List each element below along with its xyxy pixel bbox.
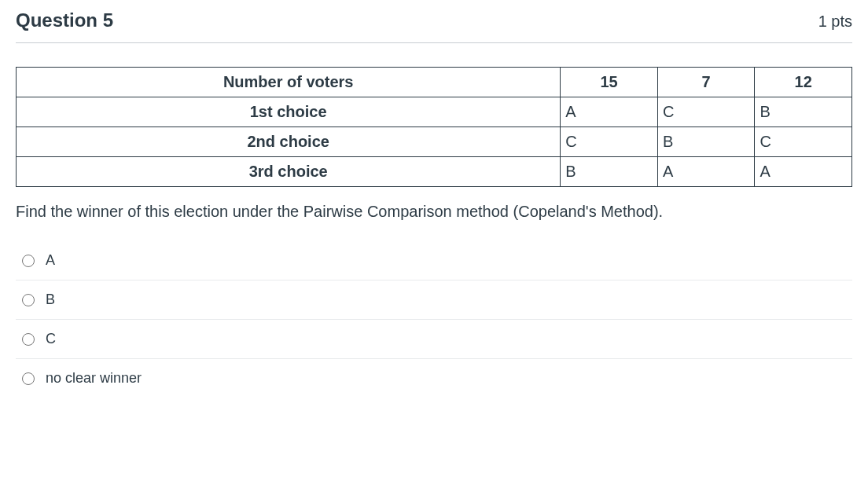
- table-row: 1st choice A C B: [17, 97, 852, 127]
- voter-count: 15: [561, 68, 658, 97]
- question-prompt: Find the winner of this election under t…: [16, 203, 852, 221]
- answer-option-b[interactable]: B: [16, 280, 852, 320]
- answer-option-a[interactable]: A: [16, 241, 852, 280]
- radio-input[interactable]: [22, 255, 35, 267]
- voter-count: 7: [657, 68, 755, 97]
- answer-options: A B C no clear winner: [16, 241, 852, 398]
- question-points: 1 pts: [818, 13, 852, 31]
- choice-cell: A: [657, 157, 755, 187]
- choice-cell: A: [561, 97, 658, 127]
- choice-cell: B: [561, 157, 658, 187]
- option-label: B: [46, 292, 55, 308]
- row-label: 2nd choice: [17, 127, 561, 157]
- question-body: Number of voters 15 7 12 1st choice A C …: [16, 43, 852, 398]
- question-title: Question 5: [16, 9, 113, 31]
- choice-cell: C: [561, 127, 658, 157]
- radio-input[interactable]: [22, 294, 35, 306]
- voter-count: 12: [755, 68, 852, 97]
- table-row: 3rd choice B A A: [17, 157, 852, 187]
- question-container: Question 5 1 pts Number of voters 15 7 1…: [0, 0, 868, 413]
- choice-cell: B: [657, 127, 755, 157]
- row-label: 3rd choice: [17, 157, 561, 187]
- option-label: A: [46, 252, 55, 269]
- radio-input[interactable]: [22, 372, 35, 385]
- radio-input[interactable]: [22, 333, 35, 346]
- answer-option-no-winner[interactable]: no clear winner: [16, 359, 852, 398]
- row-label: Number of voters: [17, 68, 561, 97]
- table-row: 2nd choice C B C: [17, 127, 852, 157]
- option-label: no clear winner: [46, 370, 142, 387]
- choice-cell: C: [657, 97, 755, 127]
- choice-cell: B: [755, 97, 852, 127]
- choice-cell: C: [755, 127, 852, 157]
- row-label: 1st choice: [17, 97, 561, 127]
- question-header: Question 5 1 pts: [16, 0, 852, 43]
- choice-cell: A: [755, 157, 852, 187]
- table-row: Number of voters 15 7 12: [17, 68, 852, 97]
- option-label: C: [46, 331, 56, 347]
- answer-option-c[interactable]: C: [16, 320, 852, 359]
- preference-table: Number of voters 15 7 12 1st choice A C …: [16, 67, 852, 187]
